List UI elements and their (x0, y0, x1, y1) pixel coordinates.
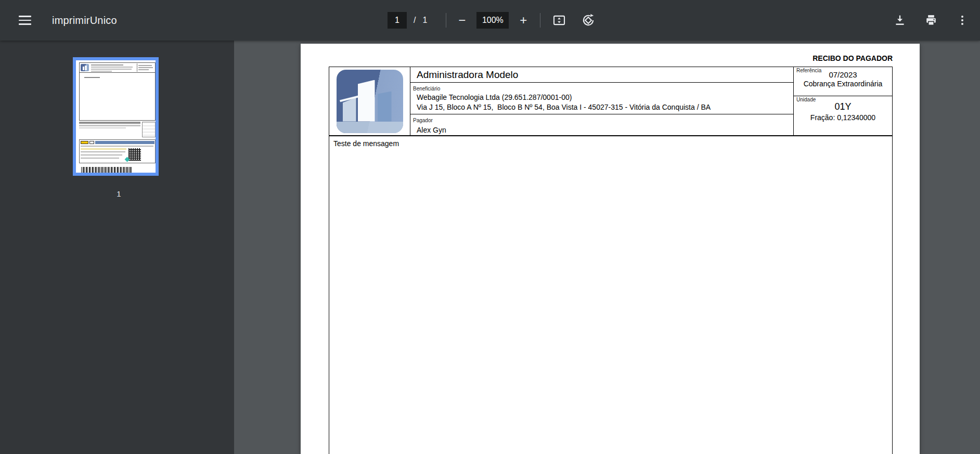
logo-building-left (343, 98, 356, 122)
logo-building-right (378, 92, 392, 122)
message-text: Teste de mensagem (333, 139, 399, 148)
recibo-main-cell: Administradora Modelo Beneficiário Webag… (410, 67, 794, 135)
thumbnail-table-row (79, 125, 140, 126)
download-button[interactable] (888, 9, 911, 32)
zoom-out-button[interactable]: − (450, 9, 473, 32)
thumbnail-message-line (84, 77, 100, 78)
rotate-counterclockwise-icon (581, 12, 596, 28)
thumbnail-mini-boleto (79, 139, 156, 163)
download-icon (893, 13, 907, 28)
hamburger-menu-button[interactable] (14, 9, 36, 32)
pdf-toolbar: imprimirUnico 1 / 1 − 100% + (0, 0, 980, 41)
page-number-input[interactable]: 1 (388, 12, 407, 29)
beneficiario-name: Webagile Tecnologia Ltda (29.651.287/000… (413, 93, 793, 102)
beneficiario-section: Beneficiário Webagile Tecnologia Ltda (2… (410, 83, 793, 114)
thumbnail-barcode (81, 167, 132, 173)
rotate-button[interactable] (577, 9, 600, 32)
thumbnail-mini-reference-box (137, 63, 154, 72)
plus-icon: + (520, 14, 527, 27)
recibo-title: RECIBO DO PAGADOR (813, 54, 893, 62)
page-thumbnail[interactable] (73, 57, 159, 176)
toolbar-separator (540, 13, 540, 28)
referencia-tipo: Cobrança Extraordinária (794, 80, 892, 88)
thumbnail-field-row (81, 146, 153, 147)
toolbar-actions (888, 0, 974, 41)
thumbnail-field-row (81, 158, 119, 159)
beneficiario-label: Beneficiário (413, 86, 440, 92)
kebab-menu-icon (956, 14, 969, 27)
thumbnail-field-row (81, 151, 125, 152)
unidade-fracao: Fração: 0,12340000 (794, 113, 892, 122)
print-icon (924, 13, 938, 28)
message-box: Teste de mensagem (329, 136, 893, 454)
hamburger-menu-icon (19, 16, 31, 25)
unidade-codigo: 01Y (794, 101, 892, 112)
thumbnail-digitable-line (95, 141, 154, 144)
referencia-section: Referência 07/2023 Cobrança Extraordinár… (794, 67, 892, 96)
minus-icon: − (458, 14, 466, 27)
pdf-viewport: RECIBO DO PAGADOR Administradora Modelo … (234, 41, 980, 454)
thumbnail-qr-code (128, 148, 141, 161)
unidade-section: Unidade 01Y Fração: 0,12340000 (794, 96, 892, 135)
print-button[interactable] (920, 9, 943, 32)
company-name: Administradora Modelo (410, 67, 793, 83)
company-logo (337, 70, 403, 133)
thumbnail-text-line (91, 69, 132, 70)
logo-reflection (337, 122, 403, 133)
fit-to-page-button[interactable] (548, 9, 571, 32)
thumbnail-field-row (81, 148, 126, 150)
beneficiario-address: Via J 15, Bloco A Nº 15, Bloco B Nº 54, … (413, 102, 793, 112)
fit-to-page-icon (551, 12, 567, 28)
zoom-level-display[interactable]: 100% (476, 12, 509, 29)
thumbnail-mini-header (80, 63, 155, 73)
more-options-button[interactable] (951, 9, 974, 32)
thumbnail-table-row (79, 127, 126, 128)
thumbnail-bank-logo (81, 141, 88, 144)
thumbnail-mini-logo (81, 64, 89, 71)
zoom-in-button[interactable]: + (512, 9, 535, 32)
thumbnail-bank-code (89, 141, 94, 144)
thumbnail-totals-column (142, 122, 156, 137)
thumbnail-text-line (91, 64, 123, 66)
thumbnail-field-row (81, 154, 122, 155)
pagador-section: Pagador Alex Gyn (410, 114, 793, 135)
recibo-reference-cell: Referência 07/2023 Cobrança Extraordinár… (794, 67, 892, 135)
pagador-label: Pagador (413, 118, 433, 123)
thumbnail-text-line (91, 71, 112, 72)
thumbnail-table-row (79, 122, 140, 124)
document-title: imprimirUnico (52, 15, 117, 27)
toolbar-page-controls: 1 / 1 − 100% + (388, 0, 600, 41)
pagador-name: Alex Gyn (413, 126, 793, 134)
thumbnail-sidebar: 1 (0, 41, 234, 454)
thumbnail-text-line (91, 67, 133, 68)
page-count: 1 (422, 16, 427, 25)
thumbnail-mini-document (79, 62, 156, 121)
thumbnail-page-number: 1 (73, 189, 165, 198)
page-divider: / (414, 16, 416, 25)
logo-building-center (358, 80, 375, 122)
toolbar-separator (446, 13, 446, 28)
pdf-page: RECIBO DO PAGADOR Administradora Modelo … (301, 44, 920, 454)
recibo-header-table: Administradora Modelo Beneficiário Webag… (329, 67, 893, 136)
company-logo-cell (329, 67, 410, 135)
